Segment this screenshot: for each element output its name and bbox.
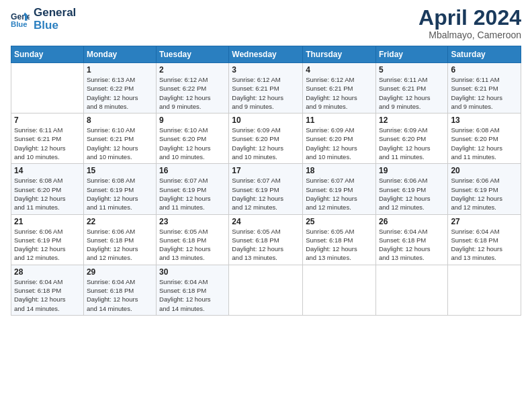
day-detail: Sunrise: 6:04 AMSunset: 6:18 PMDaylight:…	[159, 277, 226, 313]
day-number: 26	[379, 217, 445, 226]
day-detail: Sunrise: 6:09 AMSunset: 6:20 PMDaylight:…	[306, 126, 373, 161]
day-cell: 1Sunrise: 6:13 AMSunset: 6:22 PMDaylight…	[83, 63, 156, 113]
day-cell: 19Sunrise: 6:06 AMSunset: 6:19 PMDayligh…	[375, 164, 447, 214]
day-number: 20	[451, 166, 518, 175]
day-cell: 14Sunrise: 6:08 AMSunset: 6:20 PMDayligh…	[11, 164, 84, 214]
calendar-page: General Blue General Blue April 2024 Mba…	[0, 0, 532, 411]
day-cell: 23Sunrise: 6:05 AMSunset: 6:18 PMDayligh…	[157, 214, 229, 265]
day-number: 12	[379, 116, 445, 125]
day-cell: 7Sunrise: 6:11 AMSunset: 6:21 PMDaylight…	[11, 113, 84, 164]
day-number: 3	[232, 65, 300, 75]
day-cell	[448, 265, 521, 315]
day-cell: 16Sunrise: 6:07 AMSunset: 6:19 PMDayligh…	[157, 164, 229, 214]
day-detail: Sunrise: 6:11 AMSunset: 6:21 PMDaylight:…	[379, 75, 445, 111]
day-number: 6	[451, 65, 518, 75]
day-number: 24	[232, 217, 300, 226]
day-detail: Sunrise: 6:07 AMSunset: 6:19 PMDaylight:…	[232, 176, 300, 212]
day-cell: 2Sunrise: 6:12 AMSunset: 6:22 PMDaylight…	[157, 63, 229, 113]
day-number: 28	[14, 267, 81, 277]
day-number: 1	[87, 65, 153, 75]
day-cell: 24Sunrise: 6:05 AMSunset: 6:18 PMDayligh…	[229, 214, 303, 265]
day-detail: Sunrise: 6:05 AMSunset: 6:18 PMDaylight:…	[232, 227, 300, 263]
day-number: 21	[14, 217, 81, 226]
day-detail: Sunrise: 6:09 AMSunset: 6:20 PMDaylight:…	[379, 126, 445, 161]
day-number: 7	[14, 116, 81, 125]
day-detail: Sunrise: 6:10 AMSunset: 6:21 PMDaylight:…	[87, 126, 153, 161]
day-number: 25	[306, 217, 373, 226]
day-detail: Sunrise: 6:05 AMSunset: 6:18 PMDaylight:…	[306, 227, 373, 263]
day-number: 30	[159, 267, 226, 277]
day-cell: 9Sunrise: 6:10 AMSunset: 6:20 PMDaylight…	[157, 113, 229, 164]
main-title: April 2024	[418, 7, 521, 28]
day-detail: Sunrise: 6:11 AMSunset: 6:21 PMDaylight:…	[451, 75, 518, 111]
calendar-table: SundayMondayTuesdayWednesdayThursdayFrid…	[11, 46, 521, 316]
day-detail: Sunrise: 6:07 AMSunset: 6:19 PMDaylight:…	[306, 176, 373, 212]
day-cell: 28Sunrise: 6:04 AMSunset: 6:18 PMDayligh…	[11, 265, 84, 315]
day-cell: 30Sunrise: 6:04 AMSunset: 6:18 PMDayligh…	[157, 265, 229, 315]
day-number: 16	[159, 166, 226, 175]
header: General Blue General Blue April 2024 Mba…	[11, 7, 521, 40]
calendar-body: 1Sunrise: 6:13 AMSunset: 6:22 PMDaylight…	[11, 63, 521, 316]
logo: General Blue General Blue	[11, 7, 76, 32]
day-number: 10	[232, 116, 300, 125]
weekday-header-friday: Friday	[375, 46, 447, 63]
day-cell: 29Sunrise: 6:04 AMSunset: 6:18 PMDayligh…	[83, 265, 156, 315]
day-detail: Sunrise: 6:04 AMSunset: 6:18 PMDaylight:…	[451, 227, 518, 263]
day-detail: Sunrise: 6:13 AMSunset: 6:22 PMDaylight:…	[87, 75, 153, 111]
week-row-2: 7Sunrise: 6:11 AMSunset: 6:21 PMDaylight…	[11, 113, 521, 164]
day-cell	[375, 265, 447, 315]
weekday-header-sunday: Sunday	[11, 46, 84, 63]
day-detail: Sunrise: 6:06 AMSunset: 6:19 PMDaylight:…	[14, 227, 81, 263]
logo-blue: Blue	[34, 19, 76, 32]
day-cell: 25Sunrise: 6:05 AMSunset: 6:18 PMDayligh…	[303, 214, 376, 265]
day-detail: Sunrise: 6:06 AMSunset: 6:19 PMDaylight:…	[379, 176, 445, 212]
day-detail: Sunrise: 6:12 AMSunset: 6:21 PMDaylight:…	[306, 75, 373, 111]
day-cell	[303, 265, 376, 315]
day-detail: Sunrise: 6:11 AMSunset: 6:21 PMDaylight:…	[14, 126, 81, 161]
weekday-header-row: SundayMondayTuesdayWednesdayThursdayFrid…	[11, 46, 521, 63]
day-detail: Sunrise: 6:04 AMSunset: 6:18 PMDaylight:…	[14, 277, 81, 313]
day-number: 11	[306, 116, 373, 125]
day-detail: Sunrise: 6:12 AMSunset: 6:22 PMDaylight:…	[159, 75, 226, 111]
day-detail: Sunrise: 6:04 AMSunset: 6:18 PMDaylight:…	[87, 277, 153, 313]
day-number: 18	[306, 166, 373, 175]
day-cell	[229, 265, 303, 315]
day-detail: Sunrise: 6:12 AMSunset: 6:21 PMDaylight:…	[232, 75, 300, 111]
week-row-4: 21Sunrise: 6:06 AMSunset: 6:19 PMDayligh…	[11, 214, 521, 265]
day-cell: 13Sunrise: 6:08 AMSunset: 6:20 PMDayligh…	[448, 113, 521, 164]
day-cell: 17Sunrise: 6:07 AMSunset: 6:19 PMDayligh…	[229, 164, 303, 214]
day-number: 5	[379, 65, 445, 75]
day-detail: Sunrise: 6:09 AMSunset: 6:20 PMDaylight:…	[232, 126, 300, 161]
weekday-header-saturday: Saturday	[448, 46, 521, 63]
day-detail: Sunrise: 6:06 AMSunset: 6:19 PMDaylight:…	[451, 176, 518, 212]
weekday-header-monday: Monday	[83, 46, 156, 63]
day-number: 17	[232, 166, 300, 175]
day-detail: Sunrise: 6:08 AMSunset: 6:20 PMDaylight:…	[14, 176, 81, 212]
day-detail: Sunrise: 6:08 AMSunset: 6:20 PMDaylight:…	[451, 126, 518, 161]
day-number: 22	[87, 217, 153, 226]
title-block: April 2024 Mbalmayo, Cameroon	[418, 7, 521, 40]
day-cell: 11Sunrise: 6:09 AMSunset: 6:20 PMDayligh…	[303, 113, 376, 164]
week-row-1: 1Sunrise: 6:13 AMSunset: 6:22 PMDaylight…	[11, 63, 521, 113]
logo-icon: General Blue	[11, 10, 30, 29]
day-number: 15	[87, 166, 153, 175]
day-number: 2	[159, 65, 226, 75]
day-cell: 8Sunrise: 6:10 AMSunset: 6:21 PMDaylight…	[83, 113, 156, 164]
day-number: 23	[159, 217, 226, 226]
day-number: 4	[306, 65, 373, 75]
day-cell: 6Sunrise: 6:11 AMSunset: 6:21 PMDaylight…	[448, 63, 521, 113]
weekday-header-thursday: Thursday	[303, 46, 376, 63]
weekday-header-tuesday: Tuesday	[157, 46, 229, 63]
day-cell: 15Sunrise: 6:08 AMSunset: 6:19 PMDayligh…	[83, 164, 156, 214]
day-detail: Sunrise: 6:10 AMSunset: 6:20 PMDaylight:…	[159, 126, 226, 161]
day-cell: 22Sunrise: 6:06 AMSunset: 6:18 PMDayligh…	[83, 214, 156, 265]
weekday-header-wednesday: Wednesday	[229, 46, 303, 63]
day-number: 19	[379, 166, 445, 175]
day-cell: 3Sunrise: 6:12 AMSunset: 6:21 PMDaylight…	[229, 63, 303, 113]
logo-general: General	[34, 7, 76, 19]
day-detail: Sunrise: 6:06 AMSunset: 6:18 PMDaylight:…	[87, 227, 153, 263]
day-cell: 4Sunrise: 6:12 AMSunset: 6:21 PMDaylight…	[303, 63, 376, 113]
day-cell: 5Sunrise: 6:11 AMSunset: 6:21 PMDaylight…	[375, 63, 447, 113]
day-number: 29	[87, 267, 153, 277]
day-number: 14	[14, 166, 81, 175]
